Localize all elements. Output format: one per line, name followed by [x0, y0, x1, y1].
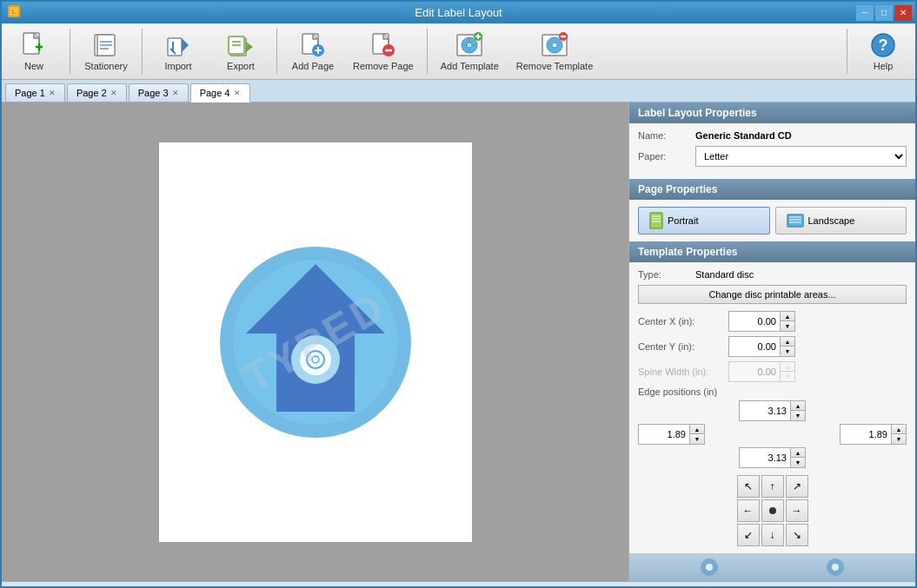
orientation-buttons: Portrait Landscape: [638, 207, 907, 235]
edge-top-up[interactable]: ▲: [791, 401, 805, 411]
tab-page4[interactable]: Page 4 ✕: [190, 83, 250, 102]
edge-left-down[interactable]: ▼: [690, 434, 704, 444]
add-page-button[interactable]: Add Page: [282, 27, 343, 76]
main-area: TYPED Label Layout Properties Name: Gene…: [2, 102, 915, 581]
name-row: Name: Generic Standard CD: [638, 130, 907, 141]
panel-bottom-strip: [629, 553, 915, 581]
edge-bottom-up[interactable]: ▲: [791, 448, 805, 458]
tab-page3-close[interactable]: ✕: [172, 89, 179, 97]
spine-width-down[interactable]: ▼: [781, 372, 794, 381]
portrait-icon: [649, 212, 663, 229]
right-panel: Label Layout Properties Name: Generic St…: [628, 102, 915, 581]
svg-point-38: [552, 43, 557, 48]
edge-top-down[interactable]: ▼: [791, 411, 805, 420]
edge-bottom-down[interactable]: ▼: [791, 458, 805, 467]
tab-page3[interactable]: Page 3 ✕: [129, 83, 189, 102]
template-properties-header: Template Properties: [629, 241, 915, 262]
center-y-input[interactable]: [729, 337, 780, 356]
svg-marker-12: [182, 38, 189, 52]
remove-page-label: Remove Page: [353, 61, 414, 71]
canvas-area: TYPED: [2, 102, 628, 581]
edge-top-input[interactable]: [740, 401, 790, 420]
tab-page4-close[interactable]: ✕: [234, 89, 241, 97]
maximize-button[interactable]: □: [875, 5, 893, 21]
svg-text:?: ?: [879, 36, 888, 54]
new-button[interactable]: New: [3, 27, 64, 76]
change-disc-button[interactable]: Change disc printable areas...: [638, 285, 907, 304]
center-y-label: Center Y (in):: [638, 341, 725, 352]
svg-point-47: [300, 344, 331, 375]
remove-template-button[interactable]: Remove Template: [508, 27, 601, 76]
stationery-button[interactable]: Stationery: [76, 27, 136, 76]
edge-left-up[interactable]: ▲: [690, 425, 704, 434]
paper-row: Paper: Letter A4 Legal Custom: [638, 146, 907, 167]
nav-up-left-button[interactable]: ↖: [737, 475, 760, 498]
nav-center-dot: [769, 507, 776, 514]
center-x-arrows: ▲ ▼: [780, 312, 794, 331]
export-label: Export: [227, 61, 255, 71]
export-icon: [227, 31, 255, 59]
edge-positions-section: Edge positions (in) ▲ ▼: [638, 386, 907, 468]
center-y-down[interactable]: ▼: [781, 347, 794, 356]
nav-right-button[interactable]: →: [786, 499, 808, 522]
help-button[interactable]: ? Help: [853, 27, 914, 76]
portrait-button[interactable]: Portrait: [638, 207, 770, 235]
spine-width-input[interactable]: [729, 362, 780, 381]
edge-left-input[interactable]: [639, 425, 689, 444]
edge-right-up[interactable]: ▲: [892, 425, 906, 434]
edge-right-down[interactable]: ▼: [892, 434, 906, 444]
paper-select[interactable]: Letter A4 Legal Custom: [695, 146, 907, 167]
tab-page1-close[interactable]: ✕: [49, 89, 56, 97]
nav-down-left-button[interactable]: ↙: [737, 524, 760, 546]
tab-page4-label: Page 4: [200, 88, 230, 98]
nav-down-button[interactable]: ↓: [761, 524, 784, 546]
edge-bottom-input[interactable]: [740, 448, 790, 467]
tab-page2-close[interactable]: ✕: [110, 89, 117, 97]
nav-left-button[interactable]: ←: [737, 499, 760, 522]
name-label: Name:: [638, 130, 690, 141]
nav-up-right-button[interactable]: ↗: [786, 475, 808, 498]
nav-up-button[interactable]: ↑: [761, 475, 784, 498]
nav-center-button[interactable]: [761, 499, 784, 522]
import-icon: [164, 31, 192, 59]
nav-down-right-button[interactable]: ↘: [786, 524, 808, 546]
cd-graphic: [211, 238, 420, 446]
label-properties-title: Label Layout Properties: [638, 107, 757, 119]
title: Edit Label Layout: [415, 6, 502, 19]
export-button[interactable]: Export: [210, 27, 271, 76]
bottom-bar: Apply Cancel: [2, 581, 915, 588]
tab-page1[interactable]: Page 1 ✕: [5, 83, 65, 102]
minimize-button[interactable]: ─: [856, 5, 874, 21]
add-template-label: Add Template: [441, 61, 499, 71]
strip-icon-left: [699, 557, 720, 578]
landscape-icon: [787, 214, 804, 228]
close-button[interactable]: ✕: [894, 5, 912, 21]
spine-width-label: Spine Width (in):: [638, 367, 725, 377]
center-y-up[interactable]: ▲: [781, 337, 794, 347]
separator-3: [276, 29, 277, 74]
center-x-input[interactable]: [729, 312, 780, 331]
tab-page2[interactable]: Page 2 ✕: [67, 83, 127, 102]
navigation-arrows: ↖ ↑ ↗ ← → ↙ ↓ ↘: [638, 475, 907, 546]
center-x-up[interactable]: ▲: [781, 312, 794, 321]
edge-bottom-spinner: ▲ ▼: [739, 447, 806, 468]
change-disc-label: Change disc printable areas...: [708, 289, 835, 300]
remove-page-button[interactable]: Remove Page: [345, 27, 422, 76]
spine-width-up[interactable]: ▲: [781, 362, 794, 372]
app-window: L Edit Label Layout ─ □ ✕ New: [0, 0, 917, 588]
page-canvas: TYPED: [159, 142, 472, 542]
center-x-label: Center X (in):: [638, 316, 725, 327]
help-icon: ?: [869, 31, 897, 59]
label-properties-header: Label Layout Properties: [629, 102, 915, 123]
tab-page1-label: Page 1: [15, 88, 45, 98]
center-x-row: Center X (in): ▲ ▼: [638, 311, 907, 332]
center-x-down[interactable]: ▼: [781, 321, 794, 331]
edge-right-input[interactable]: [841, 425, 891, 444]
title-bar: L Edit Label Layout ─ □ ✕: [2, 2, 915, 23]
page-properties-title: Page Properties: [638, 183, 717, 195]
app-icon: L: [7, 4, 21, 21]
add-template-button[interactable]: Add Template: [433, 27, 507, 76]
template-properties-content: Type: Standard disc Change disc printabl…: [629, 262, 915, 553]
import-button[interactable]: Import: [148, 27, 209, 76]
landscape-button[interactable]: Landscape: [775, 207, 907, 235]
